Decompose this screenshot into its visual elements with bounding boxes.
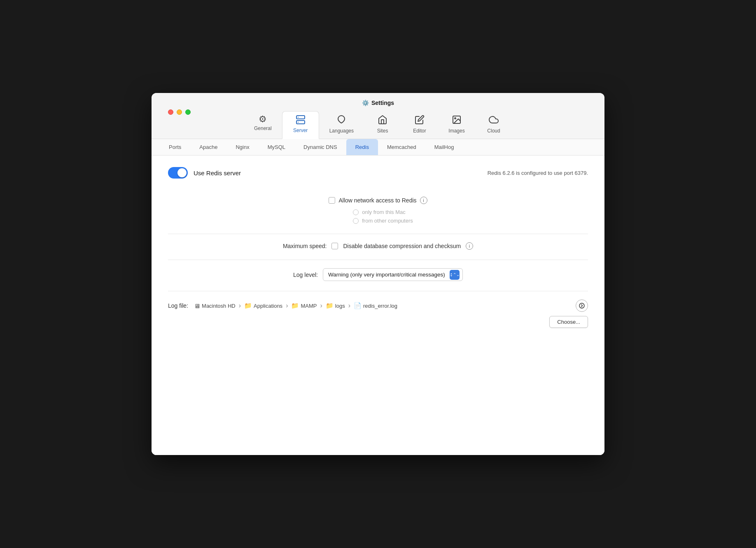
logfile-left: Log file: 🖥 Macintosh HD › 📁 Application… [168,302,397,309]
server-label: Server [293,128,308,133]
path-logfile-text: redis_error.log [363,303,397,309]
subtabs: Ports Apache Nginx MySQL Dynamic DNS Red… [152,139,604,156]
settings-window: ⚙️ Settings ⚙ General Server [152,93,604,455]
choose-button[interactable]: Choose... [549,316,588,328]
radio-other-computers-label: from other computers [362,218,413,224]
folder-icon-1: 📁 [244,302,252,309]
path-logs: 📁 logs [326,302,345,309]
logfile-actions: Choose... [168,316,588,328]
loglevel-label: Log level: [293,272,318,278]
toolbar-item-images[interactable]: Images [438,111,475,139]
use-redis-row: Use Redis server Redis 6.2.6 is configur… [168,167,588,179]
toolbar-item-general[interactable]: ⚙ General [244,111,282,139]
window-title: ⚙️ Settings [362,100,394,106]
general-label: General [254,125,272,131]
network-access-checkbox[interactable] [329,197,335,204]
subtab-memcached[interactable]: Memcached [378,139,425,155]
titlebar-top: ⚙️ Settings [160,100,596,111]
path-logfile: 📄 redis_error.log [354,302,397,309]
network-access-label: Allow network access to Redis [338,197,416,204]
titlebar: ⚙️ Settings ⚙ General Server [152,93,604,139]
radio-only-mac-label: only from this Mac [362,209,405,215]
server-icon [296,115,306,126]
maximize-button[interactable] [185,109,191,115]
toolbar-item-server[interactable]: Server [282,111,319,139]
file-icon: 📄 [354,302,362,309]
sites-label: Sites [377,128,388,134]
redis-panel: Use Redis server Redis 6.2.6 is configur… [152,156,604,455]
minimize-button[interactable] [177,109,182,115]
open-arrow-button[interactable] [576,300,588,312]
path-sep-4: › [348,302,350,309]
toolbar-item-sites[interactable]: Sites [364,111,401,139]
path-sep-1: › [239,302,241,309]
editor-icon [415,115,425,126]
path-mamp: 📁 MAMP [291,302,317,309]
subtab-nginx[interactable]: Nginx [226,139,258,155]
toggle-left: Use Redis server [168,167,241,179]
use-redis-label: Use Redis server [194,170,241,176]
radio-only-mac-input[interactable] [353,209,359,215]
loglevel-row: Log level: Warning (only very important/… [168,260,588,291]
subtab-mysql[interactable]: MySQL [259,139,294,155]
path-sep-2: › [286,302,288,309]
maxspeed-row: Maximum speed: Disable database compress… [168,234,588,260]
settings-gear-icon: ⚙️ [362,100,369,106]
cloud-label: Cloud [487,128,500,134]
traffic-lights [168,109,191,115]
maxspeed-label: Maximum speed: [283,243,327,249]
svg-point-5 [455,118,456,119]
folder-icon-3: 📁 [326,302,334,309]
editor-label: Editor [413,128,426,134]
toolbar-item-editor[interactable]: Editor [401,111,438,139]
window-title-text: Settings [371,100,394,106]
subtab-apache[interactable]: Apache [190,139,226,155]
maxspeed-checkbox[interactable] [331,243,338,249]
close-button[interactable] [168,109,173,115]
images-label: Images [448,128,464,134]
network-access-main: Allow network access to Redis i [329,197,427,204]
folder-icon-2: 📁 [291,302,299,309]
maxspeed-info-icon[interactable]: i [466,242,473,250]
toolbar-item-cloud[interactable]: Cloud [475,111,512,139]
radio-options: only from this Mac from other computers [353,209,413,224]
use-redis-toggle[interactable] [168,167,188,179]
radio-other-computers-input[interactable] [353,218,359,224]
languages-label: Languages [329,128,354,134]
path-sep-3: › [320,302,322,309]
hd-icon: 🖥 [194,302,200,309]
maxspeed-checkbox-label: Disable database compression and checksu… [343,243,461,249]
subtab-mailhog[interactable]: MailHog [425,139,463,155]
path-applications: 📁 Applications [244,302,282,309]
sites-icon [378,115,387,126]
subtab-ports[interactable]: Ports [160,139,190,155]
path-mamp-text: MAMP [301,303,317,309]
path-logs-text: logs [335,303,345,309]
radio-other-computers: from other computers [353,218,413,224]
network-access-section: Allow network access to Redis i only fro… [168,190,588,234]
general-icon: ⚙ [259,115,267,124]
subtab-dynamic-dns[interactable]: Dynamic DNS [294,139,346,155]
subtab-redis[interactable]: Redis [346,139,378,155]
logfile-label: Log file: [168,302,188,309]
path-applications-text: Applications [254,303,282,309]
languages-icon [336,115,346,126]
redis-port-info: Redis 6.2.6 is configured to use port 63… [488,170,588,176]
path-macintosh-hd-text: Macintosh HD [202,303,236,309]
path-macintosh-hd: 🖥 Macintosh HD [194,302,236,309]
cloud-icon [489,115,499,126]
loglevel-select-wrapper: Warning (only very important/critical me… [323,268,463,281]
radio-only-mac: only from this Mac [353,209,413,215]
images-icon [452,115,462,126]
loglevel-select[interactable]: Warning (only very important/critical me… [323,268,463,281]
logfile-section: Log file: 🖥 Macintosh HD › 📁 Application… [168,291,588,336]
main-content: Ports Apache Nginx MySQL Dynamic DNS Red… [152,139,604,455]
toolbar-item-languages[interactable]: Languages [319,111,364,139]
toolbar: ⚙ General Server Languages [244,111,512,139]
logfile-row: Log file: 🖥 Macintosh HD › 📁 Application… [168,300,588,312]
svg-point-6 [579,303,584,308]
network-access-info-icon[interactable]: i [420,197,427,204]
